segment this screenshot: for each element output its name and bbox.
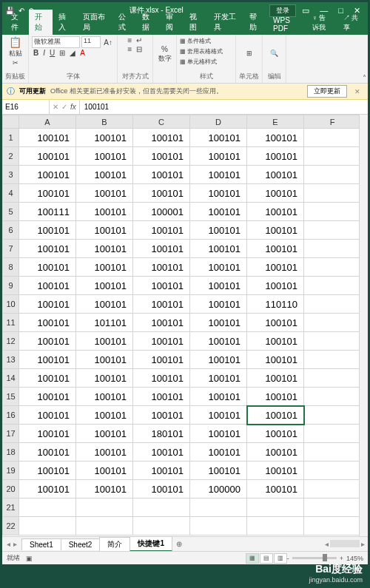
column-header[interactable]: A — [19, 115, 76, 129]
cell[interactable]: 100101 — [76, 166, 133, 184]
cell[interactable]: 101101 — [76, 314, 133, 332]
sheet-tab-4[interactable]: 快捷键1 — [130, 536, 172, 552]
row-header[interactable]: 15 — [3, 388, 19, 406]
cell[interactable] — [76, 499, 133, 517]
conditional-format-button[interactable]: ▦条件格式 — [180, 36, 232, 46]
cell[interactable]: 100101 — [133, 406, 190, 425]
tab-review[interactable]: 审阅 — [160, 10, 184, 35]
share-button[interactable]: ↗ 共享 — [337, 11, 365, 35]
cell[interactable]: 100101 — [76, 388, 133, 406]
row-header[interactable]: 14 — [3, 369, 19, 388]
cell[interactable] — [19, 499, 76, 517]
cell[interactable]: 100101 — [133, 388, 190, 406]
hscroll-right-icon[interactable]: ▸ — [361, 540, 365, 548]
paste-label[interactable]: 粘贴 — [9, 49, 22, 58]
cell[interactable]: 100101 — [133, 443, 190, 462]
sheet-tab-1[interactable]: Sheet1 — [21, 538, 61, 550]
cell[interactable]: 100101 — [247, 147, 304, 166]
cell[interactable] — [304, 129, 361, 147]
cell[interactable]: 100101 — [133, 277, 190, 295]
font-size-select[interactable]: 11 — [81, 36, 101, 48]
tell-me[interactable]: ♀ 告诉我 — [306, 11, 337, 35]
row-header[interactable]: 12 — [3, 332, 19, 351]
tab-home[interactable]: 开始 — [29, 10, 53, 35]
cell[interactable]: 100101 — [247, 221, 304, 240]
sheet-tab-3[interactable]: 简介 — [99, 537, 130, 551]
font-color-button[interactable]: A — [78, 49, 87, 57]
cell[interactable] — [247, 517, 304, 535]
cell[interactable]: 100101 — [76, 129, 133, 147]
cell[interactable]: 100101 — [133, 184, 190, 203]
align-top-icon[interactable]: ≡ — [127, 36, 134, 44]
cell[interactable] — [304, 314, 361, 332]
cell[interactable]: 100101 — [19, 351, 76, 369]
cell[interactable]: 100101 — [133, 129, 190, 147]
row-header[interactable]: 18 — [3, 443, 19, 462]
cell[interactable]: 100101 — [190, 443, 247, 462]
paste-icon[interactable]: 📋 — [9, 36, 21, 48]
cell[interactable]: 100101 — [190, 147, 247, 166]
cell[interactable] — [304, 480, 361, 499]
cell[interactable]: 100101 — [76, 184, 133, 203]
cell[interactable]: 100101 — [133, 462, 190, 480]
cell[interactable]: 100101 — [190, 203, 247, 221]
cell[interactable]: 100101 — [190, 314, 247, 332]
cell[interactable]: 100101 — [19, 406, 76, 425]
cell[interactable]: 100101 — [190, 425, 247, 443]
cell[interactable]: 100101 — [247, 480, 304, 499]
cell[interactable]: 100101 — [190, 240, 247, 258]
formula-input[interactable]: 100101 — [80, 103, 368, 111]
hscroll-left-icon[interactable]: ◂ — [325, 540, 329, 548]
fill-color-button[interactable]: ◢ — [68, 49, 77, 57]
cell[interactable]: 100101 — [19, 388, 76, 406]
cell[interactable]: 100101 — [76, 221, 133, 240]
cell[interactable]: 100101 — [19, 258, 76, 277]
row-header[interactable]: 9 — [3, 277, 19, 295]
table-format-button[interactable]: ▦套用表格格式 — [180, 47, 232, 56]
cell[interactable]: 100101 — [19, 184, 76, 203]
cell[interactable]: 100101 — [133, 295, 190, 314]
row-header[interactable]: 5 — [3, 203, 19, 221]
border-button[interactable]: ⊞ — [58, 49, 67, 57]
spreadsheet-grid[interactable]: ABCDEF1100101100101100101100101100101210… — [2, 115, 368, 536]
cell[interactable]: 100101 — [247, 129, 304, 147]
increase-font-icon[interactable]: A↑ — [102, 38, 114, 47]
cell[interactable]: 100101 — [190, 129, 247, 147]
cell[interactable]: 100101 — [19, 129, 76, 147]
row-header[interactable]: 6 — [3, 221, 19, 240]
merge-icon[interactable]: ⊟ — [135, 45, 144, 53]
row-header[interactable]: 4 — [3, 184, 19, 203]
find-icon[interactable]: 🔍 — [270, 50, 278, 57]
cell[interactable] — [304, 462, 361, 480]
cell[interactable]: 100101 — [133, 166, 190, 184]
cell[interactable]: 100101 — [133, 480, 190, 499]
cell[interactable] — [304, 295, 361, 314]
cell[interactable]: 100101 — [247, 425, 304, 443]
cell[interactable]: 100101 — [76, 462, 133, 480]
enter-formula-icon[interactable]: ✓ — [61, 103, 67, 111]
collapse-ribbon-icon[interactable]: ˄ — [363, 74, 366, 82]
cell[interactable]: 100101 — [76, 480, 133, 499]
cell[interactable]: 100101 — [76, 406, 133, 425]
cell[interactable]: 100101 — [190, 295, 247, 314]
row-header[interactable]: 1 — [3, 129, 19, 147]
tab-view[interactable]: 视图 — [184, 10, 207, 35]
zoom-level[interactable]: 145% — [346, 555, 363, 562]
fx-icon[interactable]: fx — [70, 103, 76, 111]
row-header[interactable]: 22 — [3, 517, 19, 535]
italic-button[interactable]: I — [41, 49, 47, 57]
cell[interactable]: 100101 — [247, 258, 304, 277]
cell[interactable] — [304, 277, 361, 295]
cell[interactable]: 100000 — [190, 480, 247, 499]
tab-layout[interactable]: 页面布局 — [77, 10, 112, 35]
cell[interactable]: 100101 — [190, 258, 247, 277]
cell[interactable]: 100101 — [19, 240, 76, 258]
normal-view-button[interactable]: ▦ — [246, 553, 259, 564]
cell[interactable]: 100101 — [76, 277, 133, 295]
cell[interactable]: 100101 — [19, 166, 76, 184]
cell[interactable] — [304, 332, 361, 351]
sheet-tab-2[interactable]: Sheet2 — [61, 538, 101, 550]
cell[interactable]: 100101 — [190, 184, 247, 203]
cell[interactable]: 100111 — [19, 203, 76, 221]
zoom-in-button[interactable]: + — [340, 555, 343, 562]
